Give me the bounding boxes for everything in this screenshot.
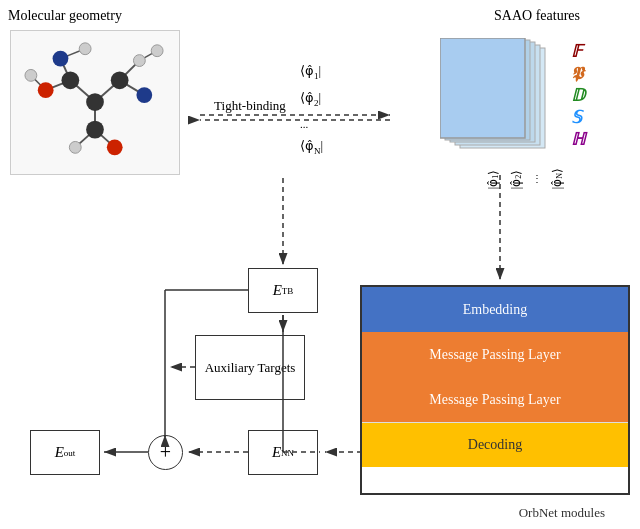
svg-point-20 bbox=[107, 139, 123, 155]
plus-symbol: + bbox=[160, 441, 171, 464]
svg-point-19 bbox=[38, 82, 54, 98]
mpl1-label: Message Passing Layer bbox=[429, 347, 560, 363]
molecular-geometry-label: Molecular geometry bbox=[8, 8, 122, 24]
svg-point-14 bbox=[61, 71, 79, 89]
svg-point-21 bbox=[79, 43, 91, 55]
svg-point-18 bbox=[136, 87, 152, 103]
svg-point-13 bbox=[86, 93, 104, 111]
diagram-container: Molecular geometry SAAO features bbox=[0, 0, 640, 529]
embedding-label: Embedding bbox=[463, 302, 528, 318]
eout-sub: out bbox=[64, 448, 76, 458]
letter-d: 𝔻 bbox=[571, 86, 585, 105]
letter-h: ℍ bbox=[571, 130, 585, 149]
message-passing-layer-2: Message Passing Layer bbox=[362, 377, 628, 422]
message-passing-layer-1: Message Passing Layer bbox=[362, 332, 628, 377]
plus-circle: + bbox=[148, 435, 183, 470]
letter-s: 𝕊 bbox=[571, 108, 585, 127]
orbnet-modules-box: Embedding Message Passing Layer Message … bbox=[360, 285, 630, 495]
svg-point-15 bbox=[111, 71, 129, 89]
phi-ket-labels: |φ̂1⟩ |φ̂2⟩ ⋮ |φ̂N⟩ bbox=[486, 168, 565, 189]
svg-point-25 bbox=[69, 141, 81, 153]
letter-p: 𝕻 bbox=[571, 64, 585, 83]
embedding-layer: Embedding bbox=[362, 287, 628, 332]
orbnet-modules-label: OrbNet modules bbox=[519, 505, 605, 521]
aux-targets-box: Auxiliary Targets bbox=[195, 335, 305, 400]
molecule-illustration bbox=[10, 30, 180, 175]
eout-text: E bbox=[55, 444, 64, 461]
decoding-layer: Decoding bbox=[362, 422, 628, 467]
svg-point-22 bbox=[25, 69, 37, 81]
mpl2-label: Message Passing Layer bbox=[429, 392, 560, 408]
svg-point-23 bbox=[133, 55, 145, 67]
saao-stack bbox=[440, 38, 540, 158]
etb-box: ETB bbox=[248, 268, 318, 313]
enn-text: E bbox=[272, 444, 281, 461]
saao-features-label: SAAO features bbox=[494, 8, 580, 24]
eout-box: Eout bbox=[30, 430, 100, 475]
etb-text: E bbox=[273, 282, 282, 299]
svg-point-16 bbox=[86, 121, 104, 139]
decoding-label: Decoding bbox=[468, 437, 522, 453]
svg-point-17 bbox=[53, 51, 69, 67]
svg-point-24 bbox=[151, 45, 163, 57]
aux-targets-label: Auxiliary Targets bbox=[205, 360, 296, 376]
enn-box: ENN bbox=[248, 430, 318, 475]
etb-sub: TB bbox=[282, 286, 294, 296]
enn-sub: NN bbox=[281, 448, 294, 458]
saao-letters: 𝔽 𝕻 𝔻 𝕊 ℍ bbox=[571, 42, 585, 149]
tight-binding-label: Tight-binding bbox=[185, 98, 315, 114]
letter-f: 𝔽 bbox=[571, 42, 585, 61]
svg-rect-30 bbox=[440, 38, 525, 138]
